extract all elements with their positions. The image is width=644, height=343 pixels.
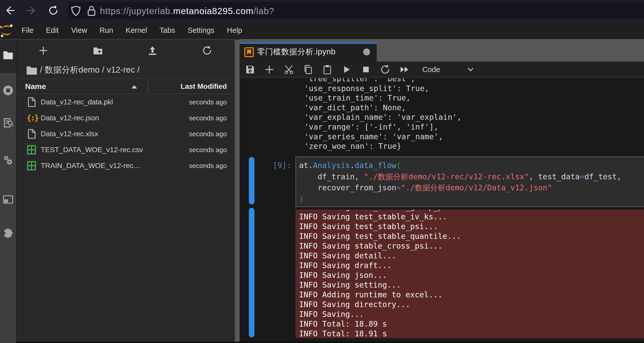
url-domain: metanoia8295.com bbox=[173, 6, 254, 16]
file-name: Data_v12-rec.xlsx bbox=[41, 126, 98, 142]
menu-view[interactable]: View bbox=[66, 21, 93, 39]
save-icon[interactable] bbox=[245, 64, 255, 75]
file-name: Data_v12-rec_data.pkl bbox=[41, 94, 113, 110]
cell-output-text: 'tree_splitter': 'best', 'use_response_s… bbox=[304, 78, 462, 151]
stderr-text: INFO Saving test_stable_group_psi... INF… bbox=[299, 210, 466, 338]
url-path: /lab? bbox=[253, 6, 274, 16]
cell-type-select[interactable]: Code bbox=[422, 62, 440, 78]
stderr-output: INFO Saving test_stable_group_psi... INF… bbox=[295, 210, 644, 338]
menu-help[interactable]: Help bbox=[221, 21, 248, 39]
menu-file[interactable]: File bbox=[16, 21, 39, 39]
file-modified: seconds ago bbox=[189, 110, 227, 126]
column-header-modified[interactable]: Last Modified bbox=[181, 79, 227, 94]
file-row[interactable]: Data_v12-rec.xlsx seconds ago bbox=[17, 126, 235, 142]
file-row[interactable]: Data_v12-rec_data.pkl seconds ago bbox=[17, 94, 235, 110]
code-cell-editor[interactable]: at.Analysis.data_flow( df_train, "./数据分析… bbox=[295, 156, 644, 207]
code-token: "./数据分析demo/v12/Data_v12.json" bbox=[401, 183, 552, 192]
code-line: recover_from_json="./数据分析demo/v12/Data_v… bbox=[299, 182, 621, 193]
file-row[interactable]: TEST_DATA_WOE_v12-rec.csv seconds ago bbox=[17, 142, 235, 158]
property-inspector-icon[interactable] bbox=[2, 154, 14, 166]
file-row[interactable]: TRAIN_DATA_WOE_v12-rec.... seconds ago bbox=[17, 158, 235, 174]
new-folder-icon[interactable] bbox=[92, 45, 104, 56]
menu-kernel[interactable]: Kernel bbox=[120, 21, 153, 39]
restart-run-all-icon[interactable] bbox=[399, 64, 410, 75]
file-modified: seconds ago bbox=[189, 94, 227, 110]
code-token: , test_data bbox=[529, 172, 580, 181]
reload-icon[interactable] bbox=[47, 4, 59, 17]
file-browser-icon[interactable] bbox=[2, 49, 14, 61]
menu-tabs[interactable]: Tabs bbox=[154, 21, 181, 39]
sort-ascending-icon[interactable] bbox=[131, 85, 137, 89]
stop-icon[interactable] bbox=[361, 64, 371, 75]
breadcrumb-folder-icon[interactable] bbox=[26, 65, 37, 75]
file-list: Data_v12-rec_data.pkl seconds ago {:} Da… bbox=[17, 94, 235, 174]
code-token: data_flow bbox=[355, 161, 396, 170]
url-scheme: https://jupyterlab. bbox=[100, 6, 173, 16]
paste-icon[interactable] bbox=[322, 64, 333, 75]
file-modified: seconds ago bbox=[189, 158, 227, 174]
extensions-icon[interactable] bbox=[2, 228, 14, 239]
file-icon bbox=[27, 97, 36, 107]
menu-settings[interactable]: Settings bbox=[182, 21, 220, 39]
window-bottom-edge bbox=[16, 342, 644, 343]
lock-icon[interactable] bbox=[87, 5, 96, 16]
new-launcher-icon[interactable] bbox=[38, 45, 49, 56]
copy-icon[interactable] bbox=[303, 64, 313, 75]
code-token: df_test, bbox=[584, 172, 621, 181]
chevron-down-icon[interactable] bbox=[466, 65, 475, 74]
code-token: recover_from_json bbox=[299, 183, 396, 192]
file-modified: seconds ago bbox=[189, 142, 227, 158]
upload-icon[interactable] bbox=[147, 45, 158, 56]
add-cell-icon[interactable] bbox=[264, 64, 275, 75]
back-icon[interactable] bbox=[4, 4, 16, 17]
code-token: = bbox=[580, 172, 584, 181]
jupyter-logo-icon bbox=[0, 22, 13, 38]
forward-icon[interactable] bbox=[25, 4, 38, 17]
code-token: Analysis bbox=[313, 161, 350, 170]
shield-icon[interactable] bbox=[71, 5, 81, 16]
panel-splitter[interactable] bbox=[235, 40, 240, 343]
code-line: df_train, "./数据分析demo/v12-rec/v12-rec.xl… bbox=[299, 171, 621, 182]
column-header-name[interactable]: Name bbox=[25, 79, 46, 94]
json-icon: {:} bbox=[27, 113, 36, 123]
file-name: TRAIN_DATA_WOE_v12-rec.... bbox=[41, 158, 141, 174]
file-modified: seconds ago bbox=[189, 126, 227, 142]
code-line: at.Analysis.data_flow( bbox=[299, 160, 621, 171]
code-line: ) bbox=[299, 193, 621, 205]
column-separator[interactable] bbox=[148, 80, 148, 93]
open-tabs-icon[interactable] bbox=[2, 194, 14, 205]
output-collapser[interactable] bbox=[249, 208, 254, 337]
menu-items: File Edit View Run Kernel Tabs Settings … bbox=[16, 21, 248, 39]
notebook-scroll-area[interactable]: 'tree_splitter': 'best', 'use_response_s… bbox=[240, 78, 644, 342]
code-token: . bbox=[350, 161, 355, 170]
notebook-tab-title[interactable]: 零门槛数据分析.ipynb bbox=[257, 43, 335, 61]
code-token: at. bbox=[299, 161, 313, 170]
file-icon bbox=[27, 129, 36, 139]
refresh-icon[interactable] bbox=[201, 45, 213, 56]
file-name: TEST_DATA_WOE_v12-rec.csv bbox=[41, 142, 143, 158]
code-token: ) bbox=[299, 194, 304, 203]
command-palette-icon[interactable] bbox=[2, 117, 14, 128]
code-token: = bbox=[396, 183, 401, 192]
file-list-header: Name Last Modified bbox=[17, 79, 235, 94]
menu-edit[interactable]: Edit bbox=[40, 21, 64, 39]
spreadsheet-icon bbox=[27, 161, 36, 171]
cell-prompt: [9]: bbox=[240, 160, 291, 171]
restart-kernel-icon[interactable] bbox=[380, 64, 391, 75]
file-name: Data_v12-rec.json bbox=[41, 110, 99, 126]
cut-icon[interactable] bbox=[283, 64, 294, 75]
url-text[interactable]: https://jupyterlab.metanoia8295.com/lab? bbox=[100, 0, 274, 21]
run-icon[interactable] bbox=[341, 64, 352, 75]
code-token: ( bbox=[396, 161, 401, 170]
file-row[interactable]: {:} Data_v12-rec.json seconds ago bbox=[17, 110, 235, 126]
code-token: df_train, bbox=[299, 172, 364, 181]
code-token: "./数据分析demo/v12-rec/v12-rec.xlsx" bbox=[364, 172, 529, 181]
unsaved-changes-icon[interactable] bbox=[363, 48, 370, 55]
running-kernels-icon[interactable] bbox=[2, 85, 14, 96]
breadcrumb[interactable]: / 数据分析demo / v12-rec / bbox=[40, 63, 140, 77]
code-text: at.Analysis.data_flow( df_train, "./数据分析… bbox=[299, 160, 621, 204]
notebook-toolbar bbox=[240, 62, 644, 78]
notebook-file-icon bbox=[244, 47, 254, 57]
spreadsheet-icon bbox=[27, 145, 36, 155]
menu-run[interactable]: Run bbox=[94, 21, 119, 39]
